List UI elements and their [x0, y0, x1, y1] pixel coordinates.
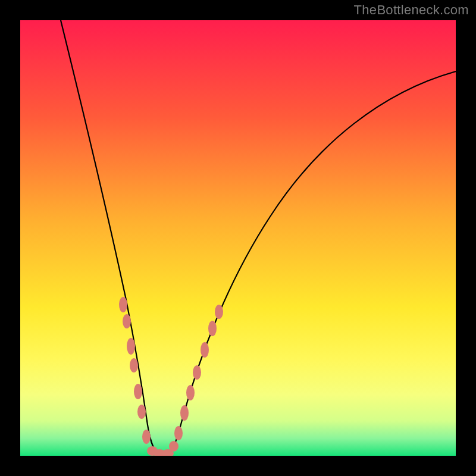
svg-point-11	[174, 426, 183, 440]
chart-frame: TheBottleneck.com	[0, 0, 476, 476]
svg-point-14	[193, 365, 201, 380]
svg-point-1	[123, 314, 131, 328]
svg-point-8	[154, 449, 165, 456]
svg-point-3	[130, 358, 138, 372]
svg-point-10	[169, 441, 178, 452]
svg-point-17	[215, 305, 223, 319]
svg-point-2	[127, 338, 135, 355]
svg-point-12	[180, 405, 189, 421]
svg-point-4	[134, 384, 142, 399]
bottleneck-curve	[61, 20, 456, 455]
svg-point-13	[186, 385, 195, 400]
svg-point-16	[208, 321, 217, 336]
svg-point-5	[137, 405, 146, 419]
curve-layer	[20, 20, 456, 456]
plot-area	[20, 20, 456, 456]
svg-point-0	[119, 297, 127, 312]
sample-dots	[119, 297, 223, 456]
watermark-text: TheBottleneck.com	[354, 2, 469, 18]
svg-point-6	[142, 430, 151, 444]
svg-point-15	[201, 342, 209, 358]
svg-point-9	[162, 449, 174, 456]
svg-point-7	[147, 446, 158, 456]
